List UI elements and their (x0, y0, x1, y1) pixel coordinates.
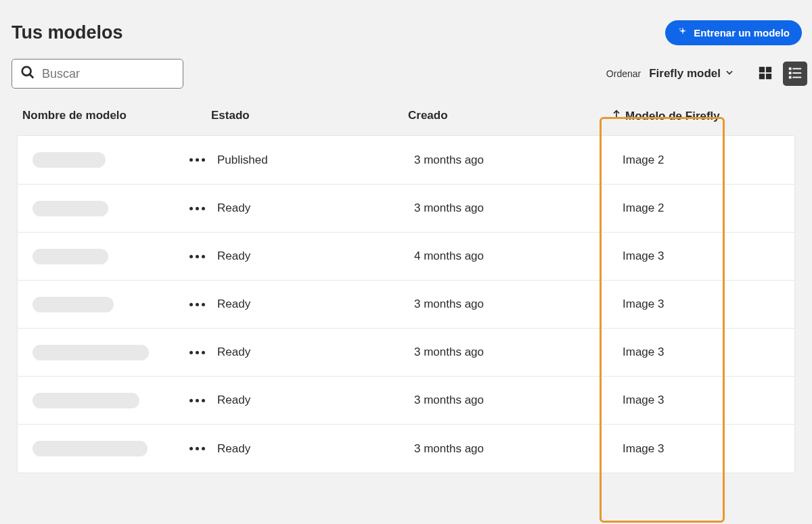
cell-name (18, 441, 217, 456)
cell-name (18, 345, 217, 360)
cell-created: 3 months ago (414, 297, 612, 311)
cell-status: Published (217, 153, 414, 167)
cell-firefly: Image 2 (612, 153, 736, 167)
grid-view-button[interactable] (753, 62, 777, 86)
cell-name (18, 249, 217, 264)
cell-status: Ready (217, 249, 414, 263)
cell-name (18, 393, 217, 408)
model-name-placeholder (32, 201, 108, 216)
cell-created: 3 months ago (414, 346, 612, 359)
grid-icon (758, 66, 773, 82)
table-row[interactable]: Ready4 months agoImage 3 (18, 233, 794, 281)
cell-created: 3 months ago (414, 201, 612, 215)
svg-rect-3 (766, 66, 771, 72)
cell-status: Ready (217, 394, 414, 407)
more-actions-button[interactable] (187, 249, 208, 264)
svg-rect-8 (789, 72, 792, 74)
svg-rect-7 (792, 68, 801, 69)
more-actions-button[interactable] (187, 394, 208, 408)
svg-rect-6 (789, 67, 792, 70)
search-icon (20, 65, 42, 82)
svg-rect-4 (759, 73, 765, 78)
train-model-button[interactable]: Entrenar un modelo (665, 20, 802, 45)
sort-label: Ordenar (606, 68, 641, 79)
column-header-status[interactable]: Estado (211, 109, 408, 123)
cell-status: Ready (217, 346, 414, 359)
list-icon (788, 66, 803, 82)
model-name-placeholder (32, 345, 149, 360)
table-row[interactable]: Ready3 months agoImage 3 (18, 329, 794, 377)
cell-firefly: Image 2 (612, 201, 736, 215)
list-view-button[interactable] (783, 62, 807, 86)
cell-status: Ready (217, 297, 414, 311)
cell-name (18, 297, 217, 312)
svg-rect-11 (792, 76, 801, 78)
more-actions-button[interactable] (187, 201, 208, 216)
more-actions-button[interactable] (187, 297, 208, 312)
model-name-placeholder (32, 297, 114, 312)
column-header-name[interactable]: Nombre de modelo (12, 109, 211, 123)
svg-rect-9 (792, 72, 801, 74)
table-row[interactable]: Ready3 months agoImage 3 (18, 377, 794, 425)
models-table-body: Published3 months agoImage 2Ready3 month… (17, 135, 795, 473)
chevron-down-icon (725, 68, 734, 80)
more-actions-button[interactable] (187, 442, 208, 456)
cell-created: 3 months ago (414, 442, 612, 456)
model-name-placeholder (32, 441, 148, 456)
train-button-label: Entrenar un modelo (694, 27, 790, 39)
cell-created: 3 months ago (414, 153, 612, 167)
model-name-placeholder (32, 249, 108, 264)
cell-name (18, 201, 217, 216)
svg-point-0 (22, 67, 31, 76)
cell-firefly: Image 3 (612, 394, 736, 407)
cell-firefly: Image 3 (612, 346, 736, 359)
page-title: Tus modelos (12, 22, 123, 43)
cell-created: 3 months ago (414, 394, 612, 407)
search-input-container[interactable] (12, 59, 183, 89)
column-header-created[interactable]: Creado (408, 109, 606, 123)
sort-value: Firefly model (649, 67, 721, 80)
column-header-firefly-label: Modelo de Firefly (625, 110, 720, 123)
model-name-placeholder (32, 152, 106, 168)
sort-dropdown[interactable]: Firefly model (649, 67, 734, 80)
sparkle-icon (677, 26, 688, 39)
table-row[interactable]: Ready3 months agoImage 3 (18, 425, 794, 473)
table-row[interactable]: Published3 months agoImage 2 (18, 136, 794, 185)
cell-created: 4 months ago (414, 249, 612, 263)
cell-status: Ready (217, 442, 414, 456)
svg-line-1 (30, 74, 34, 78)
table-row[interactable]: Ready3 months agoImage 3 (18, 281, 794, 329)
svg-rect-2 (759, 66, 765, 72)
sort-ascending-icon (611, 109, 622, 123)
cell-firefly: Image 3 (612, 249, 736, 263)
svg-rect-10 (789, 76, 792, 78)
cell-firefly: Image 3 (612, 297, 736, 311)
column-header-firefly[interactable]: Modelo de Firefly (606, 109, 729, 123)
cell-firefly: Image 3 (612, 442, 736, 456)
cell-status: Ready (217, 201, 414, 215)
table-row[interactable]: Ready3 months agoImage 2 (18, 185, 794, 233)
svg-rect-5 (766, 73, 771, 78)
model-name-placeholder (32, 393, 139, 408)
cell-name (18, 152, 217, 168)
search-input[interactable] (42, 67, 199, 81)
more-actions-button[interactable] (187, 153, 208, 167)
more-actions-button[interactable] (187, 346, 208, 360)
